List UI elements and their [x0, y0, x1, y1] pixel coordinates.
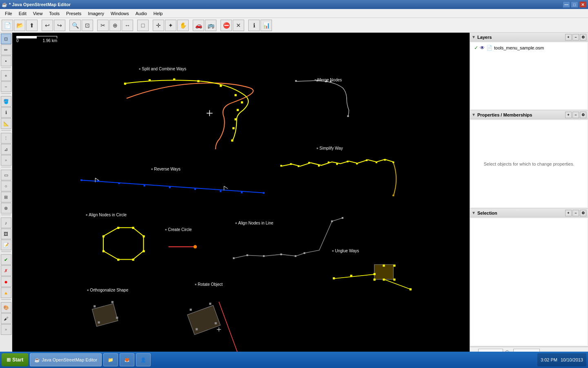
properties-remove-button[interactable]: − — [572, 112, 579, 118]
menu-view[interactable]: View — [30, 10, 46, 17]
check-ok-button[interactable]: ✔ — [1, 254, 11, 265]
paint-mode-button[interactable]: 🪣 — [1, 96, 11, 107]
svg-rect-64 — [331, 220, 333, 222]
reverse-way-button[interactable]: ↔ — [122, 20, 133, 31]
svg-point-57 — [194, 245, 197, 248]
select-tool-button[interactable]: ⊡ — [1, 34, 11, 44]
zoom-in-button[interactable]: + — [1, 70, 11, 81]
nodes-button[interactable]: ⋮ — [1, 133, 11, 144]
delete-button[interactable]: ✕ — [233, 20, 244, 31]
error-button[interactable]: ● — [1, 276, 11, 287]
chart-button[interactable]: 📊 — [261, 20, 272, 31]
date-display: 10/10/2013 — [561, 357, 583, 362]
tag-edit-button[interactable]: ⊞ — [1, 192, 11, 202]
zoom-select-button[interactable]: ⊡ — [82, 20, 93, 31]
menu-help[interactable]: Help — [150, 10, 166, 17]
relation-button[interactable]: ⊗ — [1, 203, 11, 213]
menu-tools[interactable]: Tools — [46, 10, 63, 17]
redo-button[interactable]: ↪ — [54, 20, 65, 31]
taskbar-josm[interactable]: ☕ Java OpenStreetMap Editor — [30, 353, 102, 366]
properties-panel: ▼ Properties / Memberships + − ⚙ Select … — [470, 110, 588, 209]
menu-presets[interactable]: Presets — [63, 10, 85, 17]
svg-rect-37 — [143, 185, 145, 186]
pan-button[interactable]: ✋ — [177, 20, 189, 31]
menu-file[interactable]: File — [2, 10, 16, 17]
undo-button[interactable]: ↩ — [42, 20, 53, 31]
map-canvas[interactable] — [12, 33, 470, 359]
layer-visibility-icon[interactable]: 👁 — [480, 45, 485, 51]
label-unglue-ways: Unglue Ways — [332, 249, 359, 253]
taskbar-explorer[interactable]: 📁 — [103, 353, 118, 366]
properties-header: ▼ Properties / Memberships + − ⚙ — [470, 110, 588, 119]
warn-button[interactable]: ▲ — [1, 287, 11, 298]
properties-collapse-icon[interactable]: ▼ — [472, 112, 476, 117]
maximize-button[interactable]: □ — [571, 1, 578, 8]
split-way-button[interactable]: ✂ — [97, 20, 109, 31]
zoom-out-button[interactable]: − — [1, 81, 11, 92]
more-tools-button-2[interactable]: » — [1, 324, 11, 335]
svg-line-90 — [219, 302, 243, 359]
paint2-button[interactable]: 🖌 — [1, 313, 11, 324]
titlebar-controls[interactable]: — □ ✕ — [563, 1, 586, 8]
user-icon: 👤 — [140, 357, 146, 363]
explorer-icon: 📁 — [108, 357, 114, 363]
draw-way-button[interactable]: ✏ — [1, 45, 11, 55]
properties-add-button[interactable]: + — [565, 112, 572, 118]
upload-button[interactable]: ⬆ — [26, 20, 38, 31]
filter-paint-button[interactable]: 🎨 — [1, 302, 11, 313]
topology-button[interactable]: ⊿ — [1, 144, 11, 155]
start-icon: ⊞ — [7, 357, 11, 363]
menu-windows[interactable]: Windows — [107, 10, 132, 17]
close-button[interactable]: ✕ — [579, 1, 586, 8]
audio-button[interactable]: ♪ — [1, 218, 11, 228]
open-button[interactable]: 📂 — [14, 20, 25, 31]
start-button[interactable]: ⊞ Start — [2, 353, 28, 366]
info-mode-button[interactable]: ℹ — [1, 107, 11, 118]
circle-tool-button[interactable]: ○ — [1, 181, 11, 191]
taskbar-user[interactable]: 👤 — [136, 353, 151, 366]
selection-collapse-icon[interactable]: ▼ — [472, 211, 476, 215]
info-button[interactable]: ℹ — [248, 20, 260, 31]
draw-node-button[interactable]: • — [1, 56, 11, 66]
svg-rect-21 — [298, 165, 299, 167]
bus-button[interactable]: 🚌 — [205, 20, 216, 31]
check-fail-button[interactable]: ✗ — [1, 265, 11, 276]
more-tools-button-1[interactable]: » — [1, 155, 11, 166]
menu-audio[interactable]: Audio — [132, 10, 150, 17]
svg-rect-75 — [383, 278, 385, 280]
layers-settings-button[interactable]: ⚙ — [580, 34, 586, 40]
selection-remove-button[interactable]: − — [572, 210, 579, 216]
minimize-button[interactable]: — — [563, 1, 570, 8]
menu-edit[interactable]: Edit — [16, 10, 30, 17]
new-button[interactable]: 📄 — [2, 20, 13, 31]
selection-panel: ▼ Selection + − ⚙ — [470, 209, 588, 347]
layers-remove-button[interactable]: − — [572, 34, 579, 40]
layer-item[interactable]: ✓ 👁 📄 tools_menu_sample.osm — [472, 44, 586, 52]
properties-settings-button[interactable]: ⚙ — [580, 112, 586, 118]
canvas-area[interactable]: 0 1.96 km — [12, 33, 470, 359]
svg-rect-58 — [233, 257, 234, 259]
properties-title: Properties / Memberships — [477, 112, 532, 117]
note-button[interactable]: 📝 — [1, 240, 11, 250]
select-move-button[interactable]: ✛ — [153, 20, 164, 31]
combine-way-button[interactable]: ⊕ — [109, 20, 121, 31]
svg-rect-5 — [234, 94, 236, 96]
selection-settings-button[interactable]: ⚙ — [580, 210, 586, 216]
svg-rect-76 — [393, 278, 395, 280]
selection-add-button[interactable]: + — [565, 210, 572, 216]
layers-add-button[interactable]: + — [565, 34, 572, 40]
menu-imagery[interactable]: Imagery — [85, 10, 107, 17]
modify-button[interactable]: ✦ — [165, 20, 176, 31]
layers-collapse-icon[interactable]: ▼ — [472, 35, 476, 39]
image-button[interactable]: 🖼 — [1, 229, 11, 239]
paint-button[interactable]: □ — [137, 20, 149, 31]
measure-button[interactable]: 📐 — [1, 118, 11, 129]
svg-rect-83 — [187, 305, 220, 335]
taskbar-browser[interactable]: 🦊 — [120, 353, 134, 366]
rect-tool-button[interactable]: ▭ — [1, 170, 11, 180]
svg-rect-8 — [234, 118, 236, 120]
zoom-fit-button[interactable]: 🔍 — [69, 20, 81, 31]
label-split-combine: Split and Combine Ways — [139, 67, 186, 71]
stop-button[interactable]: ⛔ — [220, 20, 232, 31]
car-button[interactable]: 🚗 — [193, 20, 204, 31]
